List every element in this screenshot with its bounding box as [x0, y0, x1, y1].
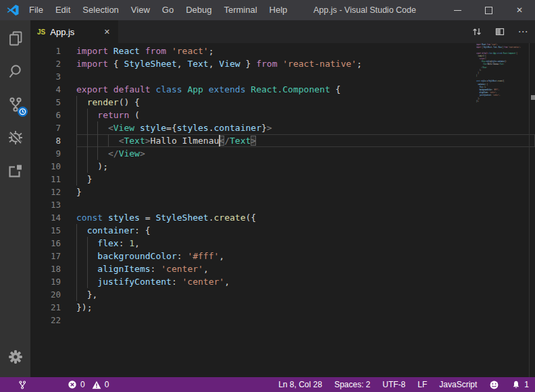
- vscode-window: File Edit Selection View Go Debug Termin…: [0, 0, 535, 392]
- line-number[interactable]: 2: [30, 57, 76, 70]
- tab-bar: JS App.js ✕: [30, 20, 535, 43]
- status-right: Ln 8, Col 28 Spaces: 2 UTF-8 LF JavaScri…: [272, 377, 535, 392]
- branch-fork-icon[interactable]: [18, 380, 27, 390]
- line-number[interactable]: 17: [30, 250, 76, 262]
- status-line-col[interactable]: Ln 8, Col 28: [272, 377, 328, 392]
- activity-extensions-button[interactable]: [0, 154, 30, 187]
- line-number[interactable]: 21: [30, 301, 76, 314]
- line-number[interactable]: 22: [30, 314, 76, 327]
- menu-view[interactable]: View: [125, 0, 156, 20]
- activity-debug-button[interactable]: [0, 121, 30, 154]
- code-line-21[interactable]: 21});: [30, 301, 535, 314]
- code-line-13[interactable]: 13: [30, 198, 535, 211]
- code-line-15[interactable]: 15 container: {: [30, 224, 535, 237]
- extensions-icon: [7, 162, 24, 179]
- swap-arrows-icon: [472, 26, 482, 37]
- code-line-2[interactable]: 2import { StyleSheet, Text, View } from …: [30, 57, 535, 70]
- activity-bar: [0, 20, 30, 377]
- line-number[interactable]: 7: [30, 121, 76, 134]
- code-line-6[interactable]: 6 return (: [30, 109, 535, 121]
- tab-appjs[interactable]: JS App.js ✕: [30, 20, 118, 43]
- menu-edit[interactable]: Edit: [49, 0, 76, 20]
- activity-explorer-button[interactable]: [0, 22, 30, 55]
- code-line-11[interactable]: 11 }: [30, 173, 535, 186]
- code-line-19[interactable]: 19 justifyContent: 'center',: [30, 275, 535, 288]
- maximize-button[interactable]: [473, 0, 504, 20]
- activity-search-button[interactable]: [0, 55, 30, 88]
- line-number[interactable]: 6: [30, 109, 76, 121]
- line-number[interactable]: 9: [30, 147, 76, 160]
- code-line-22[interactable]: 22: [30, 314, 535, 327]
- feedback-button[interactable]: [483, 377, 505, 392]
- close-icon: ✕: [516, 6, 523, 14]
- code-line-1[interactable]: 1import React from 'react';: [30, 45, 535, 57]
- line-number[interactable]: 3: [30, 70, 76, 83]
- line-number[interactable]: 13: [30, 198, 76, 211]
- code-line-17[interactable]: 17 backgroundColor: '#fff',: [30, 250, 535, 262]
- activity-source-control-button[interactable]: [0, 88, 30, 121]
- line-number[interactable]: 20: [30, 288, 76, 301]
- code-line-5[interactable]: 5 render() {: [30, 96, 535, 109]
- split-editor-button[interactable]: [493, 25, 507, 38]
- code-line-18[interactable]: 18 alignItems: 'center',: [30, 262, 535, 275]
- menu-go[interactable]: Go: [156, 0, 180, 20]
- menu-file[interactable]: File: [23, 0, 49, 20]
- code-editor[interactable]: 1import React from 'react';2import { Sty…: [30, 43, 535, 377]
- window-title: App.js - Visual Studio Code: [284, 0, 446, 20]
- line-number[interactable]: 10: [30, 160, 76, 173]
- menu-debug[interactable]: Debug: [180, 0, 218, 20]
- line-number[interactable]: 19: [30, 275, 76, 288]
- code-line-10[interactable]: 10 );: [30, 160, 535, 173]
- line-number[interactable]: 1: [30, 45, 76, 57]
- code-line-14[interactable]: 14const styles = StyleSheet.create({: [30, 211, 535, 224]
- cursor-position-marker: [531, 95, 535, 100]
- code-line-16[interactable]: 16 flex: 1,: [30, 237, 535, 250]
- status-bar: 0 0 Ln 8, Col 28 Spaces: 2 UTF-8 LF Java…: [0, 377, 535, 392]
- code-line-8[interactable]: 8 <Text>Hallo Ilmenau</Text>: [30, 134, 535, 147]
- smiley-icon: [489, 380, 499, 390]
- code-line-20[interactable]: 20 },: [30, 288, 535, 301]
- code-line-4[interactable]: 4export default class App extends React.…: [30, 83, 535, 96]
- minimap-content: import React from 'react';import { Style…: [476, 43, 529, 105]
- open-changes-button[interactable]: [470, 25, 484, 38]
- line-number[interactable]: 14: [30, 211, 76, 224]
- status-encoding[interactable]: UTF-8: [376, 377, 411, 392]
- overview-ruler[interactable]: [529, 43, 535, 377]
- line-number[interactable]: 16: [30, 237, 76, 250]
- minimap[interactable]: import React from 'react';import { Style…: [476, 43, 529, 377]
- code-line-3[interactable]: 3: [30, 70, 535, 83]
- search-icon: [7, 63, 24, 80]
- minimize-button[interactable]: [442, 0, 473, 20]
- menu-terminal[interactable]: Terminal: [218, 0, 263, 20]
- status-indentation[interactable]: Spaces: 2: [328, 377, 376, 392]
- status-eol[interactable]: LF: [411, 377, 433, 392]
- line-number[interactable]: 12: [30, 186, 76, 198]
- line-number[interactable]: 4: [30, 83, 76, 96]
- window-controls: ✕: [442, 0, 535, 20]
- close-button[interactable]: ✕: [504, 0, 535, 20]
- more-actions-button[interactable]: ⋯: [516, 25, 530, 38]
- line-number[interactable]: 8: [30, 134, 76, 147]
- line-number[interactable]: 15: [30, 224, 76, 237]
- editor-actions: ⋯: [470, 20, 530, 43]
- line-number[interactable]: 18: [30, 262, 76, 275]
- status-left: 0 0: [0, 380, 109, 390]
- status-language[interactable]: JavaScript: [433, 377, 483, 392]
- menu-selection[interactable]: Selection: [76, 0, 124, 20]
- manage-settings-button[interactable]: [0, 340, 30, 373]
- code-line-7[interactable]: 7 <View style={styles.container}>: [30, 121, 535, 134]
- line-number[interactable]: 5: [30, 96, 76, 109]
- javascript-file-icon: JS: [37, 28, 45, 36]
- error-icon: [68, 380, 77, 389]
- notifications-button[interactable]: 1: [505, 377, 535, 392]
- maximize-icon: [485, 7, 492, 14]
- code-line-12[interactable]: 12}: [30, 186, 535, 198]
- notification-count: 1: [524, 380, 529, 389]
- problems-status[interactable]: 0 0: [68, 380, 109, 389]
- tab-close-icon[interactable]: ✕: [103, 26, 111, 38]
- tab-label: App.js: [50, 27, 103, 37]
- line-number[interactable]: 11: [30, 173, 76, 186]
- source-control-progress-badge: [18, 107, 28, 117]
- code-line-9[interactable]: 9 </View>: [30, 147, 535, 160]
- warning-count: 0: [105, 380, 109, 389]
